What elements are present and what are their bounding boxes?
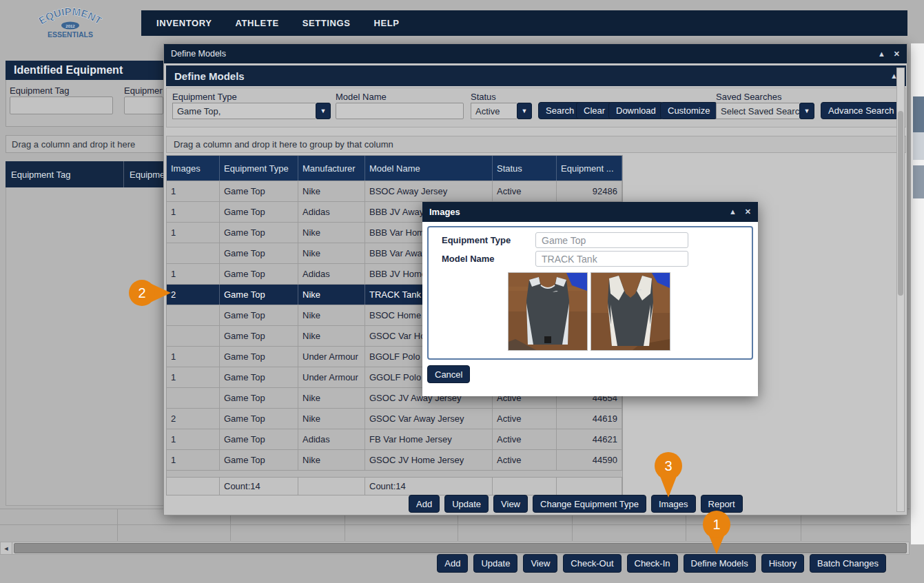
table-row[interactable]: 1Game TopNikeGSOC JV Home JerseyActive44… <box>167 449 622 470</box>
table-cell-type: Game Top <box>220 285 298 305</box>
models-view-button[interactable]: View <box>493 495 528 513</box>
table-cell-images: 1 <box>167 223 220 243</box>
table-cell-images: 1 <box>167 202 220 222</box>
status-dropdown[interactable]: Active ▼ <box>471 103 532 119</box>
close-icon[interactable]: ✕ <box>894 50 900 58</box>
table-cell-images: 1 <box>167 181 220 201</box>
nav-settings[interactable]: SETTINGS <box>302 18 351 28</box>
nav-inventory[interactable]: INVENTORY <box>156 18 212 28</box>
clear-button[interactable]: Clear <box>576 102 613 119</box>
col-manufacturer[interactable]: Manufacturer <box>298 156 365 181</box>
define-models-titlebar[interactable]: Define Models ▲ ✕ <box>164 44 907 63</box>
check-out-button[interactable]: Check-Out <box>563 554 621 573</box>
customize-button[interactable]: Customize <box>660 102 717 119</box>
table-cell-model: GSOC Var Away Jersey <box>365 409 493 429</box>
history-button[interactable]: History <box>761 554 804 573</box>
table-cell-status: Active <box>493 450 557 470</box>
table-cell-images: 2 <box>167 285 220 305</box>
images-dialog-titlebar[interactable]: Images ▲ ✕ <box>422 202 758 222</box>
saved-searches-dropdown-value: Select Saved Search <box>716 103 799 119</box>
batch-changes-button[interactable]: Batch Changes <box>810 554 886 573</box>
table-row[interactable]: 2Game TopNikeGSOC Var Away JerseyActive4… <box>167 408 622 429</box>
collapse-icon[interactable]: ▲ <box>729 208 737 216</box>
saved-searches-dropdown[interactable]: Select Saved Search ▼ <box>716 103 814 119</box>
dialog-model-name-label: Model Name <box>442 254 495 264</box>
chevron-down-icon[interactable]: ▼ <box>799 103 814 119</box>
models-table-footer: Count:14 Count:14 <box>167 477 622 495</box>
table-cell-images: 1 <box>167 429 220 449</box>
model-name-input[interactable] <box>336 103 464 119</box>
model-name-filter-label: Model Name <box>336 92 387 102</box>
define-models-section-header: Define Models ▲ <box>166 65 906 86</box>
table-cell-mfr: Adidas <box>298 202 365 222</box>
bg-equipment-tag-input[interactable] <box>10 96 113 114</box>
dialog-equipment-type-field: Game Top <box>535 232 688 248</box>
table-cell-mfr: Nike <box>298 243 365 263</box>
models-action-buttons: Add Update View Change Equipment Type Im… <box>409 495 743 513</box>
check-in-button[interactable]: Check-In <box>627 554 678 573</box>
models-table-header: Images Equipment Type Manufacturer Model… <box>167 156 622 181</box>
horizontal-scrollbar-thumb[interactable] <box>14 543 907 553</box>
chevron-down-icon[interactable]: ▼ <box>316 103 331 119</box>
models-add-button[interactable]: Add <box>409 495 440 513</box>
table-cell-mfr: Under Armour <box>298 367 365 387</box>
scroll-left-arrow-icon[interactable]: ◄ <box>1 542 12 554</box>
search-filter-panel: Equipment Type Game Top, ▼ Model Name St… <box>166 88 906 127</box>
table-cell-images: 1 <box>167 264 220 284</box>
col-equipment-count[interactable]: Equipment ... <box>557 156 622 181</box>
table-cell-images <box>167 388 220 408</box>
equipment-type-dropdown[interactable]: Game Top, ▼ <box>172 103 331 119</box>
collapse-icon[interactable]: ▲ <box>878 50 885 58</box>
nav-help[interactable]: HELP <box>374 18 400 28</box>
callout-2-balloon: 2 <box>124 274 172 311</box>
table-cell-mfr: Nike <box>298 388 365 408</box>
table-cell-type: Game Top <box>220 243 298 263</box>
table-cell-images: 1 <box>167 367 220 387</box>
download-button[interactable]: Download <box>608 102 664 119</box>
table-cell-type: Game Top <box>220 388 298 408</box>
bottom-toolbar: Add Update View Check-Out Check-In Defin… <box>437 554 886 573</box>
table-row[interactable]: 1Game TopAdidasFB Var Home JerseyActive4… <box>167 429 622 449</box>
search-button[interactable]: Search <box>538 102 582 119</box>
table-cell-type: Game Top <box>220 264 298 284</box>
group-by-bar[interactable]: Drag a column and drop it here to group … <box>166 136 906 153</box>
models-update-button[interactable]: Update <box>444 495 489 513</box>
top-nav-bar: INVENTORY ATHLETE SETTINGS HELP <box>141 10 907 36</box>
dialog-equipment-type-label: Equipment Type <box>442 235 511 245</box>
table-cell-images: 1 <box>167 450 220 470</box>
col-status[interactable]: Status <box>493 156 557 181</box>
table-cell-mfr: Nike <box>298 285 365 305</box>
callout-1-balloon: 1 <box>699 510 735 555</box>
change-equipment-type-button[interactable]: Change Equipment Type <box>533 495 646 513</box>
view-button[interactable]: View <box>523 554 557 573</box>
table-cell-status: Active <box>493 429 557 449</box>
bg-equipment-type-input[interactable] <box>124 96 163 114</box>
equipment-type-dropdown-value: Game Top, <box>172 103 316 119</box>
modal-vertical-scrollbar-thumb[interactable] <box>898 111 903 296</box>
advance-search-button[interactable]: Advance Search <box>821 102 901 119</box>
col-images[interactable]: Images <box>167 156 220 181</box>
col-model-name[interactable]: Model Name <box>365 156 493 181</box>
modal-vertical-scrollbar[interactable] <box>896 68 905 512</box>
table-cell-mfr: Nike <box>298 450 365 470</box>
footer-type-count: Count:14 <box>220 478 298 495</box>
table-cell-images <box>167 305 220 325</box>
add-button[interactable]: Add <box>437 554 468 573</box>
cancel-button[interactable]: Cancel <box>427 365 470 383</box>
define-models-button[interactable]: Define Models <box>684 554 756 573</box>
update-button[interactable]: Update <box>473 554 517 573</box>
close-icon[interactable]: ✕ <box>745 208 751 216</box>
nav-athlete[interactable]: ATHLETE <box>236 18 279 28</box>
table-cell-mfr: Adidas <box>298 429 365 449</box>
table-cell-count: 92486 <box>557 181 622 201</box>
table-cell-model: GSOC JV Home Jersey <box>365 450 493 470</box>
chevron-down-icon[interactable]: ▼ <box>517 103 532 119</box>
bg-col-equipment-tag: Equipment Tag <box>6 161 124 187</box>
table-gap-row <box>167 470 622 477</box>
horizontal-scrollbar[interactable]: ◄ <box>0 542 910 555</box>
equipment-essentials-logo: EQUIPMENT 2012 ESSENTIALS <box>36 3 105 43</box>
col-equipment-type[interactable]: Equipment Type <box>220 156 298 181</box>
table-cell-images: 2 <box>167 409 220 429</box>
table-row[interactable]: 1Game TopNikeBSOC Away JerseyActive92486 <box>167 181 622 201</box>
table-cell-type: Game Top <box>220 181 298 201</box>
